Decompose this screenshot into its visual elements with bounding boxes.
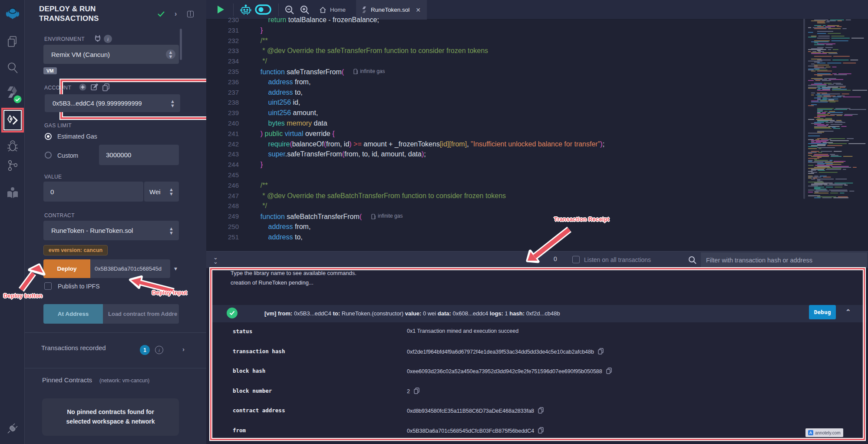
receipt-row-from: from0x5B38Da6a701c568545dCfcB03FcB875f56… [206,422,868,442]
copy-account-icon[interactable] [102,83,109,91]
editor-scrollbar[interactable] [803,19,805,199]
environment-select[interactable]: Remix VM (Cancun) ▲▼ [43,45,179,64]
remix-ide-window: DEPLOY & RUN TRANSACTIONS › ENVIRONMENT … [0,0,868,444]
deploy-expand-chevron-icon[interactable]: ▾ [174,265,177,272]
debugger-icon[interactable] [0,139,25,153]
value-unit-select[interactable]: Wei ▲▼ [144,182,179,202]
solidity-file-icon [362,6,367,13]
close-tab-icon[interactable]: ✕ [416,7,421,13]
line-number: 232 [206,36,239,46]
custom-gas-input[interactable]: 3000000 [99,145,179,165]
gas-limit-label: GAS LIMIT [44,123,72,129]
line-number: 246 [206,180,239,191]
copy-icon[interactable] [606,368,612,375]
publish-ipfs-label: Publish to IPFS [58,283,100,290]
plug-small-icon[interactable] [95,35,101,42]
line-number: 230 [206,15,239,25]
at-address-input[interactable]: Load contract from Addre [103,304,179,324]
receipt-collapse-chevron-icon[interactable]: ⌃ [845,308,851,316]
contract-select[interactable]: RuneToken - RuneToken.sol ▲▼ [43,221,179,240]
editor-minimap[interactable] [806,19,867,199]
receipt-field-label: block number [233,388,272,394]
pinned-network-label: (network: vm-cancun) [99,378,149,384]
tx-success-check-icon [227,308,238,318]
account-select[interactable]: 0x5B3...eddC4 (99.9999999999 ▲▼ [45,94,180,112]
code-line: 248 */ [206,201,868,211]
transactions-expand-icon[interactable]: › [182,345,185,353]
account-label: ACCOUNT [44,85,71,91]
pinned-contracts-label: Pinned Contracts [42,376,92,384]
add-account-icon[interactable] [79,83,86,91]
custom-gas-radio[interactable] [45,152,52,159]
receipt-field-value: 0x1 Transaction mined and execution succ… [407,328,518,334]
receipt-field-value: 2 [407,388,419,395]
terminal-collapse-icon[interactable]: ⌄⌄ [213,255,218,264]
toolbar-separator [278,3,279,16]
deploy-constructor-input[interactable]: 0x5B38Da6a701c568545d [90,259,170,278]
debug-button[interactable]: Debug [809,305,836,319]
receipt-field-label: status [233,328,252,335]
receipt-row-block-number: block number2 [206,382,868,402]
account-stepper-icon[interactable]: ▲▼ [170,99,175,108]
panel-pin-icon[interactable] [187,11,194,17]
contract-stepper-icon[interactable]: ▲▼ [169,226,174,235]
code-line: 238 uint256 id, [206,97,868,108]
transaction-receipt-annotation-label: Transaction Receipt [554,216,609,222]
file-explorer-icon[interactable] [0,35,25,49]
panel-ready-check-icon [157,10,165,17]
code-area: 230 return totalBalance - frozenBalance;… [206,15,868,242]
zoom-out-icon[interactable] [284,5,295,15]
panel-collapse-icon[interactable]: › [175,10,177,18]
line-number: 245 [206,170,239,180]
plug-icon[interactable] [0,421,25,435]
search-icon[interactable] [0,61,25,75]
edit-account-icon[interactable] [91,83,98,91]
value-unit-stepper-icon[interactable]: ▲▼ [169,187,174,196]
line-number: 248 [206,201,239,211]
ai-toggle-icon[interactable] [255,4,271,15]
solidity-compiler-icon[interactable] [0,85,25,103]
at-address-button[interactable]: At Address [43,304,103,324]
code-line: 246 /** [206,180,868,191]
plugin-manager-icon[interactable] [0,185,25,201]
deploy-button-annotation-label: Deploy button [3,292,43,299]
code-line: 234 */ [206,56,868,66]
deploy-and-run-icon[interactable] [3,110,22,130]
terminal-search-icon[interactable] [688,256,696,264]
remix-logo-icon[interactable] [0,5,25,24]
copy-icon[interactable] [414,388,419,395]
value-input[interactable]: 0 [43,182,143,202]
panel-title: DEPLOY & RUN TRANSACTIONS [39,4,117,23]
panel-scrollbar[interactable] [180,29,182,60]
transactions-info-icon[interactable]: i [155,346,163,354]
code-editor[interactable]: 230 return totalBalance - frozenBalance;… [206,15,868,250]
transaction-filter-input[interactable]: Filter with transaction hash or address [701,252,867,268]
environment-stepper-icon[interactable]: ▲▼ [166,50,175,59]
zoom-in-icon[interactable] [300,5,310,15]
line-number: 233 [206,46,239,56]
home-icon [319,7,327,13]
annotely-logo-icon: A [808,430,813,435]
copy-icon[interactable] [538,407,544,415]
listen-all-transactions-checkbox[interactable] [572,256,580,263]
estimated-gas-radio[interactable] [45,133,52,140]
code-line: 243 super.safeTransferFrom(from, to, id,… [206,149,868,159]
deploy-button[interactable]: Deploy [43,259,90,278]
code-line: 245 [206,170,868,180]
environment-info-icon[interactable]: i [104,35,112,43]
receipt-row-status: status0x1 Transaction mined and executio… [206,323,868,343]
line-number: 240 [206,118,239,129]
editor-column: Home RuneToken.sol ✕ 230 return totalBal… [206,0,868,444]
copy-icon[interactable] [598,348,604,356]
line-number: 243 [206,149,239,159]
run-script-icon[interactable] [216,5,225,14]
publish-ipfs-checkbox[interactable] [44,282,52,290]
infinite-gas-hint: infinite gas [353,66,385,77]
copy-icon[interactable] [538,427,544,435]
evm-version-badge: evm version: cancun [43,245,108,255]
git-icon[interactable] [0,159,25,172]
ai-copilot-robot-icon[interactable] [240,4,251,16]
section-divider [25,368,206,368]
terminal-output[interactable]: Type the library name to see available c… [206,268,868,444]
section-divider [25,332,206,333]
